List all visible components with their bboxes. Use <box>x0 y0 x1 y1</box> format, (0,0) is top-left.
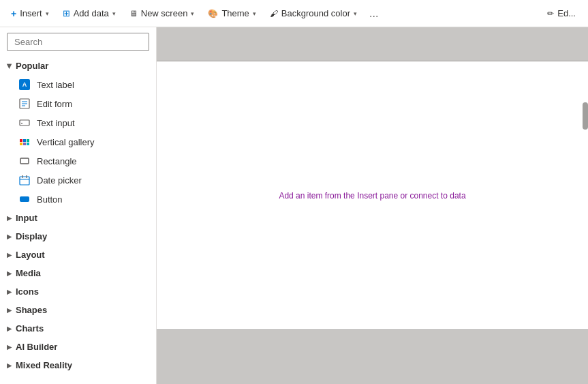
theme-chevron-icon: ▾ <box>253 10 256 17</box>
vertical-gallery-item-label: Vertical gallery <box>37 137 95 147</box>
canvas-hint: Add an item from the Insert pane or conn… <box>279 191 465 201</box>
charts-section-header[interactable]: ▶ Charts <box>0 319 156 338</box>
svg-rect-6 <box>20 158 29 164</box>
insert-button[interactable]: + Insert ▾ <box>5 5 55 22</box>
canvas-white[interactable]: Add an item from the Insert pane or conn… <box>157 61 588 329</box>
toolbar: + Insert ▾ ⊞ Add data ▾ 🖥 New screen ▾ 🎨… <box>0 0 588 27</box>
sidebar-item-text-label[interactable]: A Text label <box>0 75 156 94</box>
bg-color-button[interactable]: 🖌 Background color ▾ <box>264 5 362 21</box>
layout-section-label: Layout <box>16 250 45 260</box>
shapes-chevron-icon: ▶ <box>7 307 12 314</box>
input-section-label: Input <box>16 213 37 223</box>
add-data-button[interactable]: ⊞ Add data ▾ <box>57 5 121 21</box>
mixed-reality-section-label: Mixed Reality <box>16 360 72 370</box>
edit-button[interactable]: ✏ Ed... <box>540 5 583 21</box>
bg-color-chevron-icon: ▾ <box>354 10 357 17</box>
date-picker-icon <box>19 175 30 186</box>
new-screen-chevron-icon: ▾ <box>191 10 194 17</box>
ai-builder-section-header[interactable]: ▶ AI Builder <box>0 338 156 356</box>
new-screen-icon: 🖥 <box>129 9 138 18</box>
sidebar-item-rectangle[interactable]: Rectangle <box>0 151 156 171</box>
shapes-section-label: Shapes <box>16 305 47 315</box>
sidebar-item-vertical-gallery[interactable]: Vertical gallery <box>0 132 156 151</box>
more-button[interactable]: ... <box>365 5 382 23</box>
canvas-top-bar <box>157 27 588 61</box>
toolbar-right: ✏ Ed... <box>540 5 583 21</box>
charts-section-label: Charts <box>16 323 44 334</box>
date-picker-item-label: Date picker <box>37 175 82 186</box>
media-section-label: Media <box>16 268 41 278</box>
popular-section-header[interactable]: ▶ Popular <box>0 57 156 75</box>
left-panel: ▶ Popular A Text label Edit form Text in… <box>0 27 157 384</box>
mixed-reality-section-header[interactable]: ▶ Mixed Reality <box>0 356 156 374</box>
shapes-section-header[interactable]: ▶ Shapes <box>0 301 156 319</box>
edit-form-icon <box>19 98 30 109</box>
insert-chevron-icon: ▾ <box>46 10 49 17</box>
popular-label: Popular <box>16 61 48 71</box>
text-input-icon <box>19 117 30 128</box>
canvas-bottom <box>157 329 588 384</box>
sidebar-item-date-picker[interactable]: Date picker <box>0 171 156 190</box>
button-item-label: Button <box>37 194 63 205</box>
icons-section-header[interactable]: ▶ Icons <box>0 282 156 301</box>
new-screen-label: New screen <box>141 8 188 18</box>
layout-chevron-icon: ▶ <box>7 252 12 259</box>
scroll-handle[interactable] <box>583 102 588 130</box>
layout-section-header[interactable]: ▶ Layout <box>0 246 156 264</box>
text-label-item-label: Text label <box>37 80 74 90</box>
popular-chevron-icon: ▶ <box>6 63 13 68</box>
theme-label: Theme <box>221 8 249 18</box>
ai-builder-section-label: AI Builder <box>16 342 57 352</box>
input-section-header[interactable]: ▶ Input <box>0 209 156 227</box>
text-input-item-label: Text input <box>37 118 75 128</box>
plus-icon: + <box>11 8 16 19</box>
bg-color-icon: 🖌 <box>270 9 278 18</box>
text-label-icon: A <box>19 79 30 90</box>
sidebar-item-text-input[interactable]: Text input <box>0 113 156 132</box>
svg-rect-4 <box>20 120 29 125</box>
add-data-label: Add data <box>74 8 109 18</box>
rectangle-icon <box>19 156 30 166</box>
add-data-icon: ⊞ <box>63 8 70 18</box>
add-data-chevron-icon: ▾ <box>112 10 116 17</box>
main-layout: ▶ Popular A Text label Edit form Text in… <box>0 27 588 384</box>
sidebar-item-button[interactable]: Button <box>0 190 156 209</box>
rectangle-item-label: Rectangle <box>37 156 77 166</box>
svg-rect-11 <box>20 196 29 202</box>
svg-rect-7 <box>20 177 29 185</box>
input-chevron-icon: ▶ <box>7 215 12 222</box>
icons-section-label: Icons <box>16 286 39 297</box>
edit-form-item-label: Edit form <box>37 99 72 109</box>
media-section-header[interactable]: ▶ Media <box>0 264 156 282</box>
sidebar-item-edit-form[interactable]: Edit form <box>0 94 156 113</box>
charts-chevron-icon: ▶ <box>7 325 12 332</box>
new-screen-button[interactable]: 🖥 New screen ▾ <box>124 5 200 21</box>
icons-chevron-icon: ▶ <box>7 289 12 295</box>
mixed-reality-chevron-icon: ▶ <box>7 362 12 369</box>
ai-builder-chevron-icon: ▶ <box>7 344 12 351</box>
edit-label: Ed... <box>557 8 576 18</box>
insert-label: Insert <box>20 8 42 18</box>
canvas-area: Add an item from the Insert pane or conn… <box>157 27 588 384</box>
bg-color-label: Background color <box>281 8 350 18</box>
display-chevron-icon: ▶ <box>7 233 12 240</box>
button-icon <box>19 194 30 205</box>
edit-pencil-icon: ✏ <box>547 9 554 18</box>
search-input[interactable] <box>7 33 149 51</box>
media-chevron-icon: ▶ <box>7 270 12 277</box>
display-section-header[interactable]: ▶ Display <box>0 227 156 246</box>
theme-icon: 🎨 <box>208 9 218 18</box>
display-section-label: Display <box>16 231 47 241</box>
vertical-gallery-icon <box>19 136 30 147</box>
theme-button[interactable]: 🎨 Theme ▾ <box>202 5 261 21</box>
